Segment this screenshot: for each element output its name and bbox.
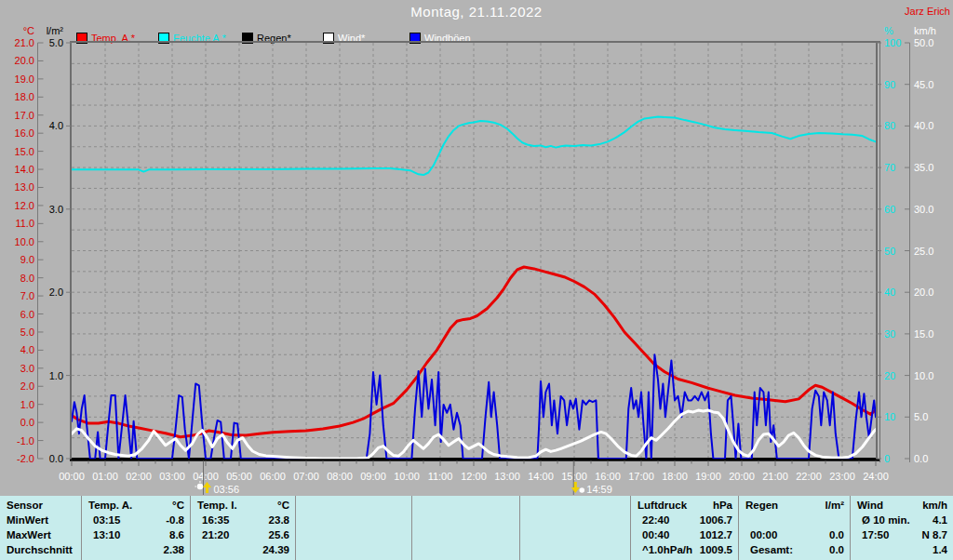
cell-value: 4.1 xyxy=(933,513,953,527)
table-column-header xyxy=(412,498,519,513)
svg-text:15.0: 15.0 xyxy=(914,328,933,340)
table-row-labels-column: SensorMinWertMaxWertDurchschnitt xyxy=(0,496,82,560)
svg-text:08:00: 08:00 xyxy=(327,471,353,482)
svg-text:25.0: 25.0 xyxy=(914,246,933,257)
svg-text:20: 20 xyxy=(884,370,895,381)
svg-text:8.0: 8.0 xyxy=(20,273,34,284)
table-cell-row: 1.4 xyxy=(851,542,953,557)
svg-text:02:00: 02:00 xyxy=(126,471,152,482)
cell-time: ^1.0hPa/h xyxy=(631,542,692,557)
sunrise-time: 03:56 xyxy=(213,484,239,495)
table-row-label: Durchschnitt xyxy=(0,542,81,557)
sensor-name: Temp. A. xyxy=(82,498,132,513)
svg-text:00:00: 00:00 xyxy=(59,471,85,482)
svg-text:70: 70 xyxy=(884,162,895,173)
svg-text:10.0: 10.0 xyxy=(914,370,933,381)
svg-text:21.0: 21.0 xyxy=(15,37,34,48)
sensor-name xyxy=(296,498,302,513)
svg-text:1.0: 1.0 xyxy=(49,370,63,381)
table-column-empty xyxy=(412,496,520,560)
svg-text:50.0: 50.0 xyxy=(914,37,933,48)
table-column-header: Windkm/h xyxy=(851,498,953,513)
cell-time: 13:10 xyxy=(82,527,120,542)
table-cell-row: 13:108.6 xyxy=(82,527,190,542)
svg-text:5.0: 5.0 xyxy=(914,411,928,422)
table-cell-row: 16:3523.8 xyxy=(191,513,295,527)
cell-value: 2.38 xyxy=(164,542,190,557)
cell-value: 1009.5 xyxy=(700,542,738,557)
cell-time: 03:15 xyxy=(82,513,120,527)
svg-text:1.0: 1.0 xyxy=(20,399,34,410)
svg-text:12.0: 12.0 xyxy=(15,200,34,211)
svg-text:2.0: 2.0 xyxy=(49,287,63,298)
svg-text:7.0: 7.0 xyxy=(20,290,34,301)
table-cell-row: 03:15-0.8 xyxy=(82,513,190,527)
table-cell-row: ^1.0hPa/h1009.5 xyxy=(631,542,738,557)
svg-text:18:00: 18:00 xyxy=(662,471,688,482)
table-column-temp-a-: Temp. A.°C03:15-0.813:108.62.38 xyxy=(82,496,191,560)
cell-time xyxy=(296,527,307,542)
table-cell-row: 2.38 xyxy=(82,542,190,557)
cell-value: 1.4 xyxy=(933,542,953,557)
x-axis-labels: 00:0001:0002:0003:0004:0005:0006:0007:00… xyxy=(59,461,889,483)
cell-time xyxy=(412,513,423,527)
cell-value: 8.6 xyxy=(169,527,190,542)
cell-value: N 8.7 xyxy=(922,527,953,542)
svg-text:0.0: 0.0 xyxy=(20,417,34,428)
svg-text:10.0: 10.0 xyxy=(15,236,34,247)
svg-text:km/h: km/h xyxy=(914,25,936,36)
svg-text:13.0: 13.0 xyxy=(15,181,34,193)
svg-text:17:00: 17:00 xyxy=(628,471,654,482)
svg-text:°C: °C xyxy=(23,25,34,36)
sensor-name: Wind xyxy=(851,498,883,513)
svg-text:14.0: 14.0 xyxy=(15,164,34,175)
sensor-unit: l/m² xyxy=(825,498,850,513)
cell-time xyxy=(296,513,307,527)
svg-text:23:00: 23:00 xyxy=(829,471,855,482)
svg-text:07:00: 07:00 xyxy=(293,471,319,482)
summary-table: SensorMinWertMaxWertDurchschnittTemp. A.… xyxy=(0,496,953,560)
svg-text:4.0: 4.0 xyxy=(49,120,63,131)
svg-text:30.0: 30.0 xyxy=(914,204,933,215)
svg-text:09:00: 09:00 xyxy=(360,471,386,482)
weather-chart: -2.0-1.00.01.02.03.04.05.06.07.08.09.010… xyxy=(0,0,953,496)
table-cell-row: 22:401006.7 xyxy=(631,513,738,527)
svg-text:20.0: 20.0 xyxy=(914,287,933,298)
table-column-wind: Windkm/hØ 10 min.4.117:50N 8.71.4 xyxy=(851,496,953,560)
svg-text:22:00: 22:00 xyxy=(796,471,822,482)
cell-value xyxy=(514,542,519,557)
sensor-name: Temp. I. xyxy=(191,498,237,513)
svg-text:13:00: 13:00 xyxy=(494,471,520,482)
table-cell-row xyxy=(520,513,630,527)
svg-text:0.0: 0.0 xyxy=(914,453,928,464)
cell-time: Ø 10 min. xyxy=(851,513,910,527)
svg-text:5.0: 5.0 xyxy=(20,327,34,338)
svg-text:21:00: 21:00 xyxy=(762,471,788,482)
cell-value xyxy=(624,513,630,527)
svg-text:12:00: 12:00 xyxy=(461,471,487,482)
svg-text:11.0: 11.0 xyxy=(15,218,34,229)
cell-time xyxy=(412,527,423,542)
svg-text:30: 30 xyxy=(884,328,895,340)
svg-text:5.0: 5.0 xyxy=(49,37,63,48)
svg-text:20:00: 20:00 xyxy=(729,471,755,482)
cell-value: 0.0 xyxy=(829,542,850,557)
cell-time xyxy=(851,542,862,557)
table-column-regen: Regenl/m²00:000.0Gesamt:0.0 xyxy=(739,496,851,560)
cell-value: -0.8 xyxy=(166,513,190,527)
table-cell-row: 00:401012.7 xyxy=(631,527,738,542)
axis-temp: -2.0-1.00.01.02.03.04.05.06.07.08.09.010… xyxy=(15,25,44,464)
cell-value xyxy=(514,513,519,527)
cell-time xyxy=(520,527,531,542)
axis-wind: 0.05.010.015.020.025.030.035.040.045.050… xyxy=(905,25,936,464)
sensor-unit xyxy=(624,498,630,513)
table-column-header: Temp. I.°C xyxy=(191,498,295,513)
cell-value: 25.6 xyxy=(269,527,295,542)
table-column-luftdruck: LuftdruckhPa22:401006.700:401012.7^1.0hP… xyxy=(631,496,739,560)
svg-text:l/m²: l/m² xyxy=(47,25,64,36)
table-cell-row xyxy=(520,527,630,542)
svg-text:04:00: 04:00 xyxy=(193,471,219,482)
sensor-unit: km/h xyxy=(922,498,953,513)
svg-text:40: 40 xyxy=(884,287,895,298)
cell-time xyxy=(520,542,531,557)
